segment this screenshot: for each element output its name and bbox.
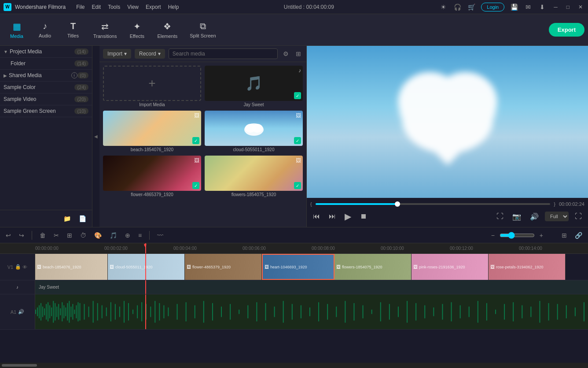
undo-button[interactable]: ↩ [4,230,13,240]
sample-color-item[interactable]: Sample Color (24) [0,82,92,93]
media-icon: ▦ [13,21,21,32]
play-button[interactable]: ▶ [342,209,354,223]
svg-rect-15 [49,305,50,319]
video-track-1-content[interactable]: 🖼 beach-1854076_1920 🖼 cloud-5055011_192… [35,254,588,280]
toolbar-split-screen[interactable]: ⧉ Split Screen [184,19,221,41]
flowers-media-item[interactable]: 🖼 ✓ flowers-1854075_1920 [205,156,303,197]
toolbar-media[interactable]: ▦ Media [4,19,30,41]
audio-mute-button[interactable]: 🔊 [18,309,24,315]
track-header-1: V1 🔒 👁 [0,254,35,280]
download-icon[interactable]: ⬇ [538,3,547,11]
cut-button[interactable]: ✂ [51,230,61,240]
stabilize-button[interactable]: ⊕ [123,230,132,240]
close-button[interactable]: ✕ [577,4,584,10]
clip-beach[interactable]: 🖼 beach-1854076_1920 [35,254,108,280]
mix-button[interactable]: ≡ [136,230,144,240]
titlebar-menu: File Edit Tools View Export Help [76,4,179,10]
import-media-box[interactable]: + Import Media [103,66,201,107]
export-button[interactable]: Export [549,23,584,37]
grid-view-icon[interactable]: ⊞ [294,48,303,59]
clip-flower[interactable]: 🖼 flower-4865379_1920 [185,254,262,280]
cloud-media-item[interactable]: 🖼 ✓ cloud-5055011_1920 [205,111,303,152]
speed-button[interactable]: ⏱ [78,230,88,240]
maximize-button[interactable]: □ [565,4,571,10]
add-track-button[interactable]: ⊞ [559,230,569,240]
timeline-scrollbar[interactable] [0,363,588,368]
folder-item[interactable]: Folder (14) [0,58,92,70]
fit-screen-button[interactable]: ⛶ [494,211,506,222]
step-back-button[interactable]: ⏭ [326,211,338,222]
delete-button[interactable]: 🗑 [37,230,48,240]
headphones-icon[interactable]: 🎧 [453,3,462,11]
volume-button[interactable]: 🔊 [527,211,541,223]
audio-track-content[interactable] [35,294,588,329]
cart-icon[interactable]: 🛒 [467,3,476,11]
color-button[interactable]: 🎨 [92,230,104,240]
shared-media-item[interactable]: ▶ Shared Media i (0) [0,70,92,82]
skip-back-button[interactable]: ⏮ [310,211,323,222]
filter-icon[interactable]: ⚙ [281,48,290,59]
jay-sweet-item[interactable]: 🎵 ♪ ✓ Jay Sweet [205,66,303,107]
toolbar-transitions[interactable]: ⇄ Transitions [88,19,122,41]
record-button[interactable]: Record ▾ [135,49,165,59]
clip-pink[interactable]: 🖼 pink-roses-2191636_1920 [412,254,489,280]
menu-tools[interactable]: Tools [108,4,120,10]
save-icon[interactable]: 💾 [510,3,518,11]
jay-track-content[interactable]: Jay Sweet [35,280,588,294]
clip-cloud[interactable]: 🖼 cloud-5055011_1920 [108,254,185,280]
snapshot-button[interactable]: 📷 [510,211,524,223]
add-folder-button[interactable]: 📁 [61,214,73,223]
flower-media-item[interactable]: 🖼 ✓ flower-4865379_1920 [103,156,201,197]
panel-collapse-button[interactable]: ◀ [92,46,99,227]
clip-heart[interactable]: 🖼 heart-1046693_1920 [262,254,334,280]
clip-flowers2[interactable]: 🖼 flowers-1854075_1920 [334,254,412,280]
crop-button[interactable]: ⊞ [65,230,74,240]
project-media-item[interactable]: ▼ Project Media (14) [0,46,92,58]
clip-beach-label: beach-1854076_1920 [43,265,81,269]
login-button[interactable]: Login [481,3,504,11]
seekbar-track[interactable] [316,203,551,205]
menu-file[interactable]: File [76,4,85,10]
zoom-in-button[interactable]: + [537,230,545,240]
toolbar-audio[interactable]: ♪ Audio [32,19,58,41]
svg-rect-72 [345,301,345,323]
zoom-slider[interactable] [500,232,535,239]
svg-rect-47 [146,304,147,320]
zoom-out-button[interactable]: − [489,230,497,240]
sun-icon[interactable]: ☀ [439,3,448,11]
track-lock-button[interactable]: 🔒 [15,264,21,270]
stop-button[interactable]: ⏹ [357,211,370,222]
menu-edit[interactable]: Edit [92,4,101,10]
menu-view[interactable]: View [127,4,139,10]
scrollbar-thumb[interactable] [2,364,37,367]
toolbar-effects[interactable]: ✦ Effects [124,19,150,41]
minimize-button[interactable]: ─ [552,4,559,10]
new-folder-button[interactable]: 📄 [77,214,88,223]
waveform-button[interactable]: 〰 [155,230,165,240]
preview-video[interactable] [307,46,588,198]
redo-button[interactable]: ↪ [17,230,26,240]
clip-rose[interactable]: 🖼 rose-petals-3194062_1920 [489,254,566,280]
sample-green-screen-item[interactable]: Sample Green Screen (10) [0,105,92,117]
toolbar-elements[interactable]: ❖ Elements [152,19,183,41]
menu-export[interactable]: Export [146,4,161,10]
svg-rect-92 [522,305,522,319]
fullscreen-button[interactable]: ⛶ [572,211,584,222]
quality-select[interactable]: Full [545,212,569,221]
toolbar-titles[interactable]: T Titles [60,19,86,41]
svg-rect-96 [557,304,558,320]
search-input[interactable] [169,48,278,59]
mail-icon[interactable]: ✉ [524,3,533,11]
seekbar-thumb[interactable] [395,201,400,207]
sample-video-item[interactable]: Sample Video (20) [0,93,92,105]
project-media-label: Project Media [10,48,75,55]
link-tracks-button[interactable]: 🔗 [573,230,584,240]
beach-media-item[interactable]: 🖼 ✓ beach-1854076_1920 [103,111,201,152]
svg-rect-10 [40,303,41,321]
import-button[interactable]: Import ▾ [103,49,131,59]
toolbar-audio-label: Audio [39,33,51,38]
menu-help[interactable]: Help [168,4,179,10]
track-eye-button[interactable]: 👁 [22,264,27,270]
import-drop-zone[interactable]: + [103,66,201,101]
audio-edit-button[interactable]: 🎵 [107,230,119,240]
